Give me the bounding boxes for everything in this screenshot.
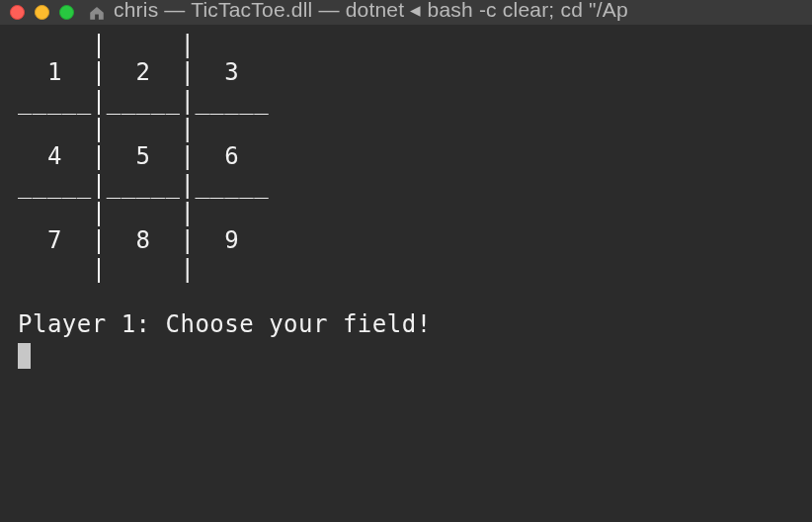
traffic-lights bbox=[10, 5, 74, 20]
minimize-window-button[interactable] bbox=[35, 5, 49, 20]
board-line: | | bbox=[18, 115, 269, 142]
board-line: _____|_____|_____ bbox=[18, 171, 269, 199]
window-titlebar: chris — TicTacToe.dll — dotnet ◂ bash -c… bbox=[0, 0, 812, 25]
board-line: | | bbox=[18, 199, 269, 226]
prompt-text: Player 1: Choose your field! bbox=[18, 310, 432, 338]
board-line: | | bbox=[18, 255, 269, 283]
maximize-window-button[interactable] bbox=[59, 5, 74, 20]
board-line: | | bbox=[18, 31, 269, 58]
board-line: 7 | 8 | 9 bbox=[18, 226, 269, 254]
terminal-output[interactable]: | | 1 | 2 | 3 _____|_____|_____ | | 4 | … bbox=[0, 25, 812, 373]
window-title: chris — TicTacToe.dll — dotnet ◂ bash -c… bbox=[114, 0, 628, 22]
home-icon bbox=[88, 4, 106, 22]
close-window-button[interactable] bbox=[10, 5, 25, 20]
board-line: 4 | 5 | 6 bbox=[18, 142, 269, 170]
board-line: 1 | 2 | 3 bbox=[18, 58, 269, 86]
board-line: _____|_____|_____ bbox=[18, 87, 269, 115]
terminal-cursor[interactable] bbox=[18, 343, 31, 369]
